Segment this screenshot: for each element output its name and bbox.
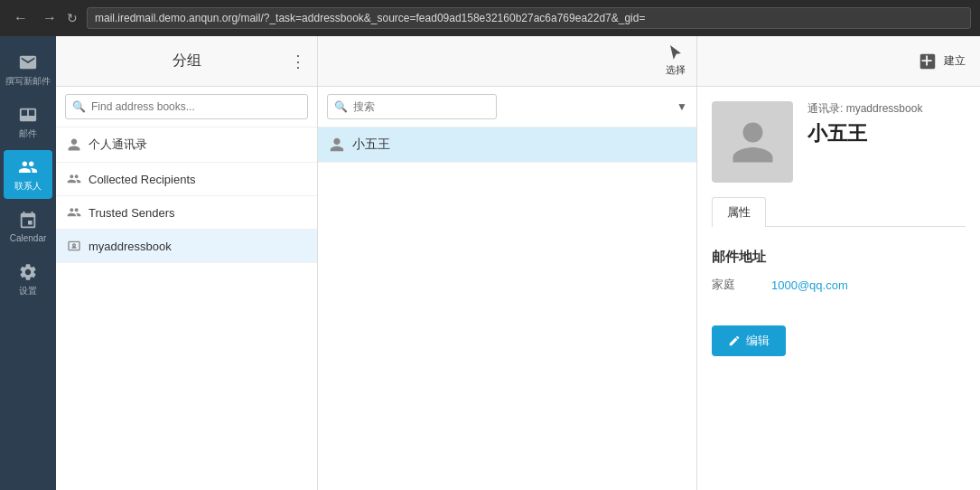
- contact-info: 通讯录: myaddressbook 小五王: [807, 101, 966, 147]
- address-item-trusted[interactable]: Trusted Senders: [56, 196, 317, 230]
- contact-item-xiaowuwang[interactable]: 小五王: [318, 127, 696, 163]
- tabs: 属性: [712, 197, 966, 227]
- address-search-wrapper: 🔍: [65, 94, 308, 119]
- create-icon: [918, 52, 938, 71]
- address-item-myaddressbook[interactable]: myaddressbook: [56, 230, 317, 263]
- settings-label: 设置: [19, 285, 37, 297]
- address-panel-header: 分组 ⋮: [56, 36, 317, 87]
- contact-display-name: 小五王: [807, 120, 966, 147]
- sidebar-item-calendar[interactable]: Calendar: [4, 203, 52, 251]
- calendar-icon: [18, 211, 38, 231]
- search-dropdown-arrow[interactable]: ▼: [677, 100, 687, 113]
- contact-panel: 选择 🔍 ▼ 小五王: [318, 36, 697, 490]
- nav-buttons: ← → ↻: [9, 8, 78, 28]
- address-item-collected[interactable]: Collected Recipients: [56, 163, 317, 196]
- reload-button[interactable]: ↻: [67, 11, 78, 25]
- contacts-label: 联系人: [14, 180, 42, 193]
- address-list: 个人通讯录 Collected Recipients Trusted Sende…: [56, 127, 317, 490]
- contact-search-container: 🔍 ▼: [318, 87, 696, 127]
- addressbook-icon: [67, 239, 81, 253]
- left-sidebar: 撰写新邮件 邮件 联系人 Calendar 设置: [0, 36, 56, 490]
- sidebar-item-contacts[interactable]: 联系人: [4, 150, 52, 199]
- contact-source: 通讯录: myaddressbook: [807, 101, 966, 117]
- attributes-section: 邮件地址 家庭 1000@qq.com: [712, 241, 966, 304]
- back-button[interactable]: ←: [9, 8, 33, 28]
- compose-icon: [18, 52, 38, 72]
- email-value-home[interactable]: 1000@qq.com: [771, 278, 848, 292]
- forward-button[interactable]: →: [38, 8, 61, 28]
- detail-panel: 建立 通讯录: myaddressbook 小五王 属性 邮件地址: [697, 36, 980, 490]
- select-button[interactable]: 选择: [666, 45, 686, 77]
- person-icon: [67, 137, 81, 152]
- sidebar-item-mail[interactable]: 邮件: [4, 98, 52, 146]
- contact-search-icon: 🔍: [334, 100, 348, 113]
- address-item-personal[interactable]: 个人通讯录: [56, 127, 317, 163]
- sidebar-item-settings[interactable]: 设置: [4, 255, 52, 304]
- contacts-icon: [18, 157, 38, 177]
- url-bar: ← → ↻: [0, 0, 980, 36]
- address-search-icon: 🔍: [72, 100, 86, 113]
- address-panel-menu-icon[interactable]: ⋮: [290, 52, 306, 71]
- create-button[interactable]: [911, 45, 944, 78]
- trusted-icon: [67, 205, 81, 220]
- avatar-icon: [728, 118, 778, 167]
- avatar: [712, 101, 793, 183]
- contact-person-icon: [329, 137, 345, 153]
- contact-search-input[interactable]: [327, 94, 497, 119]
- email-row-home: 家庭 1000@qq.com: [712, 273, 966, 297]
- email-section-title: 邮件地址: [712, 249, 966, 266]
- address-item-trusted-label: Trusted Senders: [89, 206, 175, 220]
- detail-content: 通讯录: myaddressbook 小五王 属性 邮件地址 家庭 1000@q…: [697, 87, 980, 371]
- contact-search-wrapper: 🔍: [327, 94, 671, 119]
- address-search-container: 🔍: [56, 87, 317, 127]
- address-panel: 分组 ⋮ 🔍 个人通讯录 Collected Recipients T: [56, 36, 318, 490]
- address-search-input[interactable]: [65, 94, 308, 119]
- create-label: 建立: [944, 53, 966, 69]
- address-item-collected-label: Collected Recipients: [89, 173, 196, 186]
- app-container: 撰写新邮件 邮件 联系人 Calendar 设置 分组 ⋮ �: [0, 36, 980, 490]
- edit-icon: [728, 335, 741, 347]
- contact-toolbar: 选择: [318, 36, 696, 87]
- collected-icon: [67, 172, 81, 186]
- select-label: 选择: [666, 63, 686, 77]
- sidebar-item-compose[interactable]: 撰写新邮件: [4, 45, 52, 94]
- contact-list: 小五王: [318, 127, 696, 490]
- settings-icon: [18, 262, 38, 282]
- contact-header: 通讯录: myaddressbook 小五王: [712, 101, 966, 183]
- edit-button[interactable]: 编辑: [712, 325, 786, 356]
- url-input[interactable]: [87, 7, 971, 29]
- cursor-icon: [667, 45, 684, 61]
- edit-button-label: 编辑: [746, 333, 770, 349]
- detail-toolbar: 建立: [697, 36, 980, 87]
- address-item-myaddressbook-label: myaddressbook: [89, 240, 172, 253]
- calendar-label: Calendar: [10, 233, 47, 243]
- compose-label: 撰写新邮件: [5, 75, 51, 88]
- contact-name-xiaowuwang: 小五王: [352, 137, 390, 153]
- mail-icon: [18, 105, 38, 125]
- mail-label: 邮件: [19, 127, 37, 140]
- address-item-personal-label: 个人通讯录: [89, 137, 147, 153]
- email-label-home: 家庭: [712, 277, 757, 293]
- tab-attributes[interactable]: 属性: [712, 197, 766, 227]
- address-panel-title: 分组: [173, 52, 201, 71]
